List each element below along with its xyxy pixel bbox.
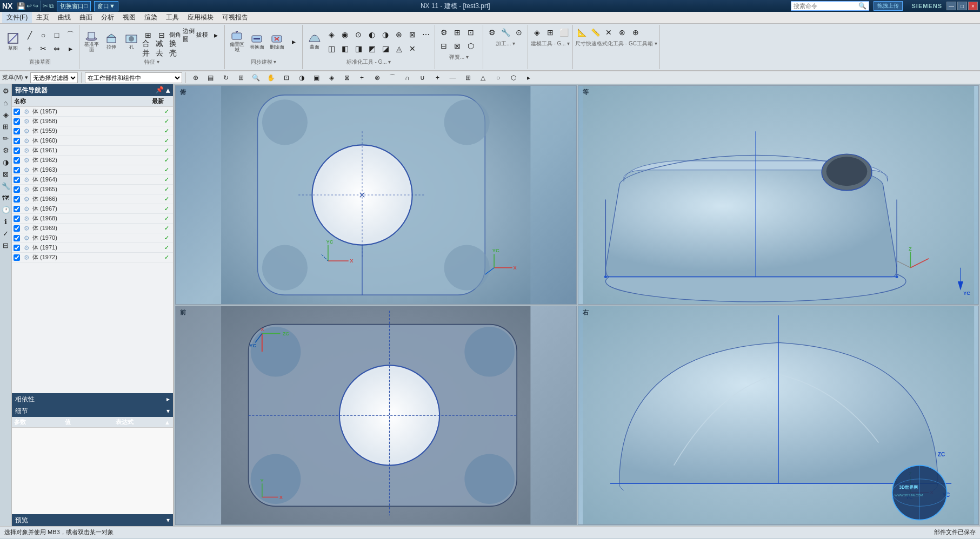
list-item[interactable]: ⚙ 体 (1965) ✓ (12, 185, 173, 194)
grid-icon[interactable]: ⊞ (462, 71, 475, 84)
s4[interactable]: ◐ (365, 28, 378, 41)
viewport-iso[interactable]: 等 (578, 85, 979, 305)
viewport-top[interactable]: 俯 (175, 85, 577, 305)
s13[interactable]: ◪ (379, 42, 392, 55)
sketch-icon[interactable]: 草图 (3, 26, 23, 57)
studio-icon[interactable]: ◈ (325, 71, 338, 84)
copy-icon[interactable]: ⧉ (49, 2, 54, 10)
menu-report[interactable]: 可视报告 (218, 12, 252, 23)
circle-icon[interactable]: ○ (492, 71, 505, 84)
measure-icon[interactable]: + (356, 71, 369, 84)
menu-analysis[interactable]: 分析 (97, 12, 118, 23)
replace-icon[interactable]: 换壳 (169, 42, 182, 55)
ls-check-icon[interactable]: ✓ (1, 228, 11, 239)
upload-button[interactable]: 拖拽上传 (874, 1, 903, 11)
lp-collapse-btn[interactable]: ▴ (166, 86, 170, 95)
s14[interactable]: ◬ (392, 42, 405, 55)
hole-icon[interactable]: 孔 (122, 26, 141, 57)
minimize-button[interactable]: — (946, 2, 956, 10)
menu-surface[interactable]: 曲面 (75, 12, 97, 23)
item-checkbox[interactable] (12, 254, 22, 261)
ls-feature-icon[interactable]: ⚙ (1, 145, 11, 156)
sketch-line-icon[interactable]: ╱ (23, 29, 36, 42)
details-collapse-icon[interactable]: ▾ (166, 407, 170, 415)
list-item[interactable]: ⚙ 体 (1959) ✓ (12, 126, 173, 136)
item-checkbox[interactable] (12, 225, 22, 232)
shading-icon[interactable]: ◑ (295, 71, 308, 84)
s10[interactable]: ◧ (338, 42, 351, 55)
filter-select[interactable]: 无选择过滤器 (30, 72, 78, 83)
s12[interactable]: ◩ (365, 42, 378, 55)
subtract-icon[interactable]: 减去 (155, 42, 168, 55)
ls-layers-icon[interactable]: ⊟ (1, 240, 11, 251)
list-item[interactable]: ⚙ 体 (1957) ✓ (12, 107, 173, 117)
conic-icon[interactable]: ∪ (416, 71, 429, 84)
wireframe-icon[interactable]: ▣ (310, 71, 323, 84)
item-checkbox[interactable] (12, 128, 22, 134)
viewport-front[interactable]: 前 (175, 306, 577, 525)
fit-icon[interactable]: ⊡ (280, 71, 293, 84)
plus-icon[interactable]: + (431, 71, 444, 84)
sketch-offset-icon[interactable]: ⇔ (50, 42, 63, 55)
ls-settings-icon[interactable]: ⚙ (1, 85, 11, 96)
snap2-icon[interactable]: ⊗ (371, 71, 384, 84)
close-button[interactable]: × (968, 2, 978, 10)
undo-icon[interactable]: ↩ (26, 2, 32, 10)
sketch-more-icon[interactable]: ▸ (64, 42, 77, 55)
pan-icon[interactable]: ✋ (265, 71, 278, 84)
gc6[interactable]: ⬡ (464, 39, 477, 52)
triangle-icon[interactable]: △ (477, 71, 490, 84)
list-item[interactable]: ⚙ 体 (1971) ✓ (12, 243, 173, 253)
menu-file[interactable]: 文件(F) (2, 12, 32, 23)
select-all-icon[interactable]: ⊞ (235, 71, 248, 84)
base-plane-icon[interactable]: 基准平面 (82, 26, 101, 57)
s3[interactable]: ⊙ (352, 28, 365, 41)
s6[interactable]: ⊛ (392, 28, 405, 41)
item-checkbox[interactable] (12, 245, 22, 251)
s15[interactable]: ✕ (406, 42, 419, 55)
replace-face-icon[interactable]: 替换面 (247, 26, 266, 57)
item-checkbox[interactable] (12, 177, 22, 183)
ls-surface-icon[interactable]: ◑ (1, 157, 11, 167)
merge-icon[interactable]: 合并 (142, 42, 155, 55)
item-checkbox[interactable] (12, 215, 22, 222)
list-item[interactable]: ⚙ 体 (1967) ✓ (12, 204, 173, 214)
viewport-right[interactable]: 右 (578, 306, 979, 525)
s9[interactable]: ◫ (325, 42, 338, 55)
item-checkbox[interactable] (12, 138, 22, 144)
item-checkbox[interactable] (12, 167, 22, 173)
m1[interactable]: ⚙ (485, 26, 498, 39)
dim2[interactable]: 📏 (589, 26, 602, 39)
gc2[interactable]: ⊞ (451, 26, 464, 39)
item-checkbox[interactable] (12, 157, 22, 164)
list-item[interactable]: ⚙ 体 (1963) ✓ (12, 165, 173, 175)
preview-section[interactable]: 预览 ▾ (12, 514, 173, 526)
remove-face-icon[interactable]: 删除面 (267, 26, 286, 57)
mod1[interactable]: ◈ (530, 26, 543, 39)
item-checkbox[interactable] (12, 206, 22, 212)
item-checkbox[interactable] (12, 109, 22, 115)
menu-curve[interactable]: 曲线 (54, 12, 75, 23)
list-item[interactable]: ⚙ 体 (1972) ✓ (12, 253, 173, 262)
related-section[interactable]: 相依性 ▸ (12, 393, 173, 405)
switch-window-btn[interactable]: 切换窗口□ (57, 1, 91, 11)
ls-parts-icon[interactable]: ◈ (1, 109, 11, 120)
list-item[interactable]: ⚙ 体 (1962) ✓ (12, 156, 173, 165)
search-input[interactable] (794, 3, 858, 9)
dim1[interactable]: 📐 (575, 26, 588, 39)
dim5[interactable]: ⊕ (629, 26, 642, 39)
surface-main-icon[interactable]: 曲面 (305, 26, 324, 57)
hex-icon[interactable]: ⬡ (507, 71, 520, 84)
related-expand-icon[interactable]: ▸ (166, 395, 170, 403)
draft-icon[interactable]: 拔模 (196, 29, 209, 42)
item-checkbox[interactable] (12, 235, 22, 241)
quick-save-icon[interactable]: 💾 (17, 2, 25, 10)
ls-tools-icon[interactable]: 🔧 (1, 180, 11, 191)
snap-icon[interactable]: ⊕ (189, 71, 202, 84)
ls-home-icon[interactable]: ⌂ (1, 97, 11, 108)
list-item[interactable]: ⚙ 体 (1960) ✓ (12, 136, 173, 146)
edge-icon[interactable]: ⊠ (341, 71, 354, 84)
gc1[interactable]: ⚙ (437, 26, 450, 39)
s1[interactable]: ◈ (325, 28, 338, 41)
redo-icon[interactable]: ↪ (33, 2, 38, 10)
